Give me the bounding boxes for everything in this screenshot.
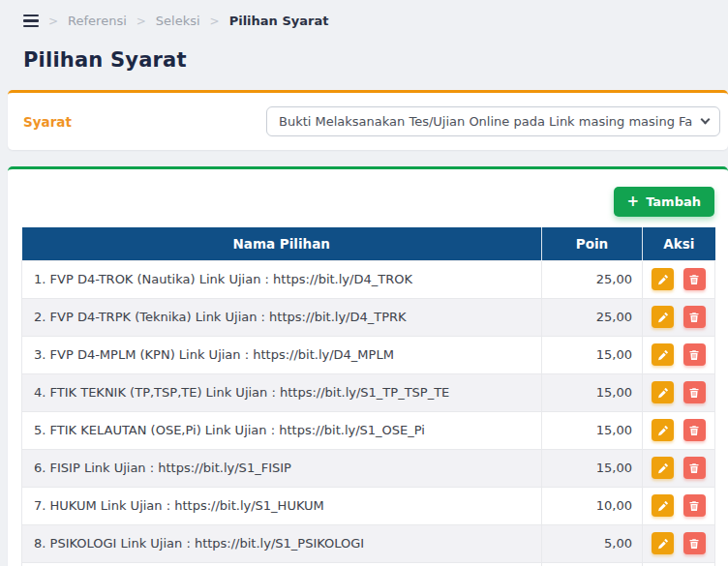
pencil-icon — [657, 387, 669, 399]
add-button[interactable]: + Tambah — [614, 187, 714, 217]
edit-button[interactable] — [652, 381, 674, 403]
delete-button[interactable] — [683, 268, 706, 290]
trash-icon — [688, 538, 700, 550]
pilihan-name-cell: 7. HUKUM Link Ujian : https://bit.ly/S1_… — [22, 487, 542, 524]
edit-button[interactable] — [652, 343, 674, 366]
pilihan-aksi-cell — [643, 298, 715, 336]
delete-button[interactable] — [683, 532, 706, 554]
breadcrumb: > Referensi > Seleksi > Pilihan Syarat — [0, 0, 728, 28]
pencil-icon — [657, 312, 669, 323]
trash-icon — [688, 349, 700, 361]
pilihan-name-cell: 3. FVP D4-MPLM (KPN) Link Ujian : https:… — [22, 336, 542, 373]
pilihan-name-cell — [22, 562, 542, 566]
table-row: 2. FVP D4-TRPK (Teknika) Link Ujian : ht… — [22, 298, 715, 336]
pilihan-name-cell: 6. FISIP Link Ujian : https://bit.ly/S1_… — [22, 449, 542, 487]
column-header-aksi: Aksi — [643, 227, 715, 260]
trash-icon — [688, 425, 700, 436]
pilihan-aksi-cell — [643, 260, 715, 298]
pilihan-poin-cell: 15,00 — [542, 373, 643, 411]
breadcrumb-separator: > — [136, 15, 146, 28]
delete-button[interactable] — [683, 457, 706, 479]
pilihan-name-cell: 4. FTIK TEKNIK (TP,TSP,TE) Link Ujian : … — [22, 373, 542, 411]
pilihan-name-cell: 1. FVP D4-TROK (Nautika) Link Ujian : ht… — [22, 260, 542, 298]
pencil-icon — [657, 538, 669, 550]
pencil-icon — [657, 274, 669, 285]
breadcrumb-link-seleksi[interactable]: Seleksi — [156, 14, 200, 28]
pilihan-aksi-cell — [643, 562, 715, 566]
breadcrumb-separator: > — [210, 15, 220, 28]
delete-button[interactable] — [683, 419, 706, 441]
table-row: 7. HUKUM Link Ujian : https://bit.ly/S1_… — [22, 487, 715, 524]
pilihan-aksi-cell — [643, 336, 715, 373]
breadcrumb-separator: > — [48, 15, 58, 28]
pencil-icon — [657, 349, 669, 361]
table-row: 4. FTIK TEKNIK (TP,TSP,TE) Link Ujian : … — [22, 373, 715, 411]
table-toolbar: + Tambah — [21, 187, 714, 217]
trash-icon — [688, 274, 700, 285]
pilihan-poin-cell: 25,00 — [542, 260, 643, 298]
pilihan-poin-cell: 15,00 — [542, 449, 643, 487]
pilihan-aksi-cell — [643, 411, 715, 449]
trash-icon — [688, 462, 700, 474]
table-row: 8. PSIKOLOGI Link Ujian : https://bit.ly… — [22, 524, 715, 562]
edit-button[interactable] — [652, 494, 674, 517]
page-root: > Referensi > Seleksi > Pilihan Syarat P… — [0, 0, 728, 566]
edit-button[interactable] — [652, 268, 674, 290]
edit-button[interactable] — [652, 419, 674, 441]
menu-icon[interactable] — [23, 15, 39, 28]
pencil-icon — [657, 425, 669, 436]
pilihan-name-cell: 2. FVP D4-TRPK (Teknika) Link Ujian : ht… — [22, 298, 542, 336]
delete-button[interactable] — [683, 343, 706, 366]
syarat-label: Syarat — [23, 114, 72, 130]
column-header-poin: Poin — [542, 227, 643, 260]
add-button-label: Tambah — [646, 194, 701, 209]
pilihan-name-cell: 8. PSIKOLOGI Link Ujian : https://bit.ly… — [22, 524, 542, 562]
breadcrumb-current: Pilihan Syarat — [229, 14, 329, 28]
pilihan-table: Nama Pilihan Poin Aksi 1. FVP D4-TROK (N… — [21, 227, 715, 566]
edit-button[interactable] — [652, 532, 674, 554]
table-row: 3. FVP D4-MPLM (KPN) Link Ujian : https:… — [22, 336, 715, 373]
pilihan-poin-cell: 5,00 — [542, 524, 643, 562]
table-row-partial — [22, 562, 715, 566]
pilihan-aksi-cell — [643, 524, 715, 562]
delete-button[interactable] — [683, 306, 706, 328]
edit-button[interactable] — [652, 457, 674, 479]
trash-icon — [688, 387, 700, 399]
pilihan-poin-cell — [542, 562, 643, 566]
syarat-select-wrap: Bukti Melaksanakan Tes/Ujian Online pada… — [266, 106, 720, 136]
pencil-icon — [657, 462, 669, 474]
pencil-icon — [657, 500, 669, 512]
pilihan-aksi-cell — [643, 449, 715, 487]
trash-icon — [688, 500, 700, 512]
table-row: 5. FTIK KELAUTAN (OSE,Pi) Link Ujian : h… — [22, 411, 715, 449]
table-card: + Tambah Nama Pilihan Poin Aksi 1. FVP D… — [8, 166, 728, 566]
pilihan-aksi-cell — [643, 373, 715, 411]
plus-icon: + — [627, 194, 640, 209]
table-header-row: Nama Pilihan Poin Aksi — [22, 227, 715, 260]
pilihan-aksi-cell — [643, 487, 715, 524]
table-row: 6. FISIP Link Ujian : https://bit.ly/S1_… — [22, 449, 715, 487]
edit-button[interactable] — [652, 306, 674, 328]
pilihan-poin-cell: 10,00 — [542, 487, 643, 524]
page-title: Pilihan Syarat — [23, 48, 728, 72]
pilihan-name-cell: 5. FTIK KELAUTAN (OSE,Pi) Link Ujian : h… — [22, 411, 542, 449]
table-row: 1. FVP D4-TROK (Nautika) Link Ujian : ht… — [22, 260, 715, 298]
pilihan-poin-cell: 15,00 — [542, 411, 643, 449]
delete-button[interactable] — [683, 381, 706, 403]
breadcrumb-link-referensi[interactable]: Referensi — [68, 14, 127, 28]
pilihan-poin-cell: 25,00 — [542, 298, 643, 336]
delete-button[interactable] — [683, 494, 706, 517]
pilihan-poin-cell: 15,00 — [542, 336, 643, 373]
syarat-select[interactable]: Bukti Melaksanakan Tes/Ujian Online pada… — [266, 106, 720, 136]
column-header-nama-pilihan: Nama Pilihan — [22, 227, 542, 260]
trash-icon — [688, 312, 700, 323]
filter-card: Syarat Bukti Melaksanakan Tes/Ujian Onli… — [8, 90, 728, 150]
